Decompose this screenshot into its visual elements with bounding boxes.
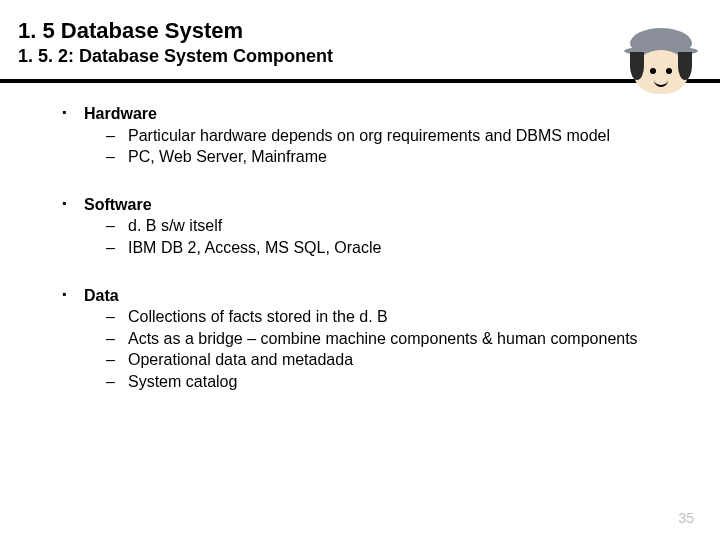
section-software: Software d. B s/w itself IBM DB 2, Acces… <box>62 194 692 259</box>
content-area: Hardware Particular hardware depends on … <box>0 83 720 393</box>
list-item: Operational data and metadada <box>84 349 692 371</box>
heading-block: 1. 5 Database System 1. 5. 2: Database S… <box>0 0 720 73</box>
list-item: Acts as a bridge – combine machine compo… <box>84 328 692 350</box>
page-title: 1. 5 Database System <box>18 18 702 44</box>
list-item: System catalog <box>84 371 692 393</box>
section-data: Data Collections of facts stored in the … <box>62 285 692 393</box>
list-item: IBM DB 2, Access, MS SQL, Oracle <box>84 237 692 259</box>
list-item: d. B s/w itself <box>84 215 692 237</box>
section-heading: Data <box>62 285 692 307</box>
list-item: Collections of facts stored in the d. B <box>84 306 692 328</box>
list-item: Particular hardware depends on org requi… <box>84 125 692 147</box>
page-subtitle: 1. 5. 2: Database System Component <box>18 46 702 67</box>
mascot-illustration <box>624 28 698 98</box>
section-heading: Software <box>62 194 692 216</box>
section-heading: Hardware <box>62 103 692 125</box>
section-hardware: Hardware Particular hardware depends on … <box>62 103 692 168</box>
page-number: 35 <box>678 510 694 526</box>
list-item: PC, Web Server, Mainframe <box>84 146 692 168</box>
